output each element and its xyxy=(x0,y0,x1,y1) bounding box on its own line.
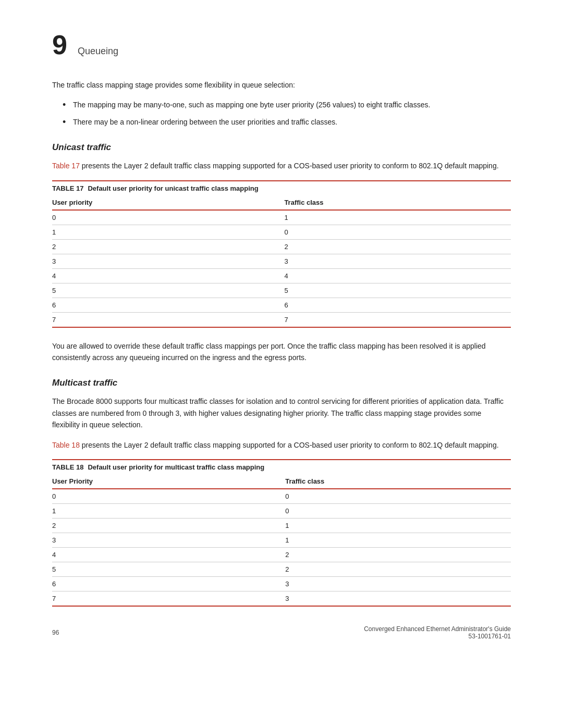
table-row: 01 xyxy=(52,210,511,225)
chapter-number: 9 xyxy=(52,31,67,58)
user-priority-cell: 5 xyxy=(52,562,285,576)
table17-link[interactable]: Table 17 xyxy=(52,162,80,170)
table-row: 33 xyxy=(52,254,511,268)
user-priority-cell: 4 xyxy=(52,268,284,283)
user-priority-cell: 1 xyxy=(52,225,284,239)
table18-link[interactable]: Table 18 xyxy=(52,441,80,449)
user-priority-cell: 2 xyxy=(52,518,285,533)
table17-caption: TABLE 17 Default user priority for unica… xyxy=(52,180,511,195)
unicast-heading: Unicast traffic xyxy=(52,142,511,153)
footer-doc-number: 53-1001761-01 xyxy=(364,633,511,640)
user-priority-cell: 1 xyxy=(52,503,285,518)
table17-col1-header: User priority xyxy=(52,195,284,210)
table-row: 10 xyxy=(52,503,511,518)
table-row: 77 xyxy=(52,312,511,327)
table18-header-row: User Priority Traffic class xyxy=(52,474,511,489)
traffic-class-cell: 2 xyxy=(285,547,511,562)
table-row: 21 xyxy=(52,518,511,533)
user-priority-cell: 0 xyxy=(52,489,285,504)
table18-label: TABLE 18 xyxy=(52,463,83,471)
traffic-class-cell: 3 xyxy=(285,591,511,606)
table-row: 44 xyxy=(52,268,511,283)
user-priority-cell: 3 xyxy=(52,533,285,547)
page-footer: 96 Converged Enhanced Ethernet Administr… xyxy=(52,625,511,640)
unicast-intro-text: presents the Layer 2 default traffic cla… xyxy=(80,162,499,170)
table17-header-row: User priority Traffic class xyxy=(52,195,511,210)
table18-wrapper: TABLE 18 Default user priority for multi… xyxy=(52,459,511,607)
table-row: 73 xyxy=(52,591,511,606)
table-row: 00 xyxy=(52,489,511,504)
user-priority-cell: 7 xyxy=(52,312,284,327)
traffic-class-cell: 1 xyxy=(284,210,511,225)
traffic-class-cell: 2 xyxy=(285,562,511,576)
table17: User priority Traffic class 011022334455… xyxy=(52,195,511,328)
table-row: 66 xyxy=(52,298,511,312)
table-row: 42 xyxy=(52,547,511,562)
bullet-item-2: There may be a non-linear ordering betwe… xyxy=(63,116,511,128)
table17-label: TABLE 17 xyxy=(52,184,83,192)
traffic-class-cell: 7 xyxy=(284,312,511,327)
user-priority-cell: 0 xyxy=(52,210,284,225)
table18-caption: TABLE 18 Default user priority for multi… xyxy=(52,459,511,474)
bullet-item-1: The mapping may be many-to-one, such as … xyxy=(63,99,511,110)
table-row: 22 xyxy=(52,239,511,254)
traffic-class-cell: 2 xyxy=(284,239,511,254)
user-priority-cell: 6 xyxy=(52,576,285,591)
traffic-class-cell: 3 xyxy=(284,254,511,268)
multicast-intro-para: The Brocade 8000 supports four multicast… xyxy=(52,396,511,430)
footer-title: Converged Enhanced Ethernet Administrato… xyxy=(364,625,511,633)
multicast-table-intro: Table 18 presents the Layer 2 default tr… xyxy=(52,439,511,451)
traffic-class-cell: 6 xyxy=(284,298,511,312)
table17-col2-header: Traffic class xyxy=(284,195,511,210)
table-row: 10 xyxy=(52,225,511,239)
traffic-class-cell: 0 xyxy=(284,225,511,239)
multicast-intro-text: presents the Layer 2 default traffic cla… xyxy=(80,441,499,449)
table18-col2-header: Traffic class xyxy=(285,474,511,489)
user-priority-cell: 6 xyxy=(52,298,284,312)
table17-caption-text: Default user priority for unicast traffi… xyxy=(88,184,258,192)
table-row: 31 xyxy=(52,533,511,547)
user-priority-cell: 3 xyxy=(52,254,284,268)
table18-caption-text: Default user priority for multicast traf… xyxy=(88,463,264,471)
table-row: 63 xyxy=(52,576,511,591)
traffic-class-cell: 0 xyxy=(285,489,511,504)
traffic-class-cell: 1 xyxy=(285,518,511,533)
unicast-intro: Table 17 presents the Layer 2 default tr… xyxy=(52,160,511,171)
traffic-class-cell: 0 xyxy=(285,503,511,518)
table18: User Priority Traffic class 001021314252… xyxy=(52,474,511,607)
user-priority-cell: 7 xyxy=(52,591,285,606)
user-priority-cell: 5 xyxy=(52,283,284,298)
traffic-class-cell: 3 xyxy=(285,576,511,591)
traffic-class-cell: 4 xyxy=(284,268,511,283)
traffic-class-cell: 1 xyxy=(285,533,511,547)
chapter-title: Queueing xyxy=(78,46,118,57)
table-row: 55 xyxy=(52,283,511,298)
traffic-class-cell: 5 xyxy=(284,283,511,298)
user-priority-cell: 2 xyxy=(52,239,284,254)
intro-paragraph: The traffic class mapping stage provides… xyxy=(52,79,511,91)
unicast-body-text: You are allowed to override these defaul… xyxy=(52,340,511,364)
page-number: 96 xyxy=(52,629,59,636)
intro-bullet-list: The mapping may be many-to-one, such as … xyxy=(63,99,511,128)
chapter-header: 9 Queueing xyxy=(52,31,511,58)
footer-right: Converged Enhanced Ethernet Administrato… xyxy=(364,625,511,640)
user-priority-cell: 4 xyxy=(52,547,285,562)
table17-wrapper: TABLE 17 Default user priority for unica… xyxy=(52,180,511,328)
table18-col1-header: User Priority xyxy=(52,474,285,489)
multicast-heading: Multicast traffic xyxy=(52,378,511,388)
table-row: 52 xyxy=(52,562,511,576)
